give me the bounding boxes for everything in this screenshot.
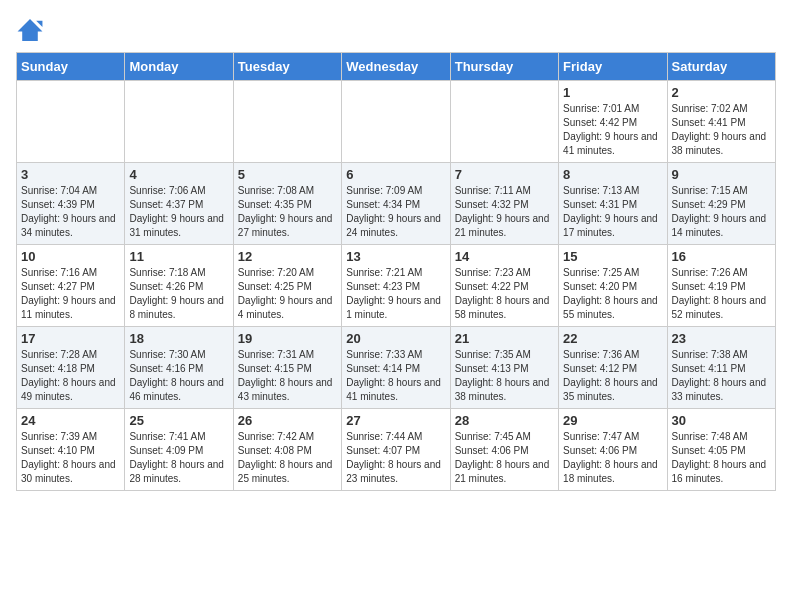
day-info: Sunrise: 7:02 AM Sunset: 4:41 PM Dayligh… xyxy=(672,102,771,158)
day-number: 7 xyxy=(455,167,554,182)
calendar-cell: 22Sunrise: 7:36 AM Sunset: 4:12 PM Dayli… xyxy=(559,327,667,409)
day-info: Sunrise: 7:38 AM Sunset: 4:11 PM Dayligh… xyxy=(672,348,771,404)
calendar-cell: 3Sunrise: 7:04 AM Sunset: 4:39 PM Daylig… xyxy=(17,163,125,245)
calendar-cell: 6Sunrise: 7:09 AM Sunset: 4:34 PM Daylig… xyxy=(342,163,450,245)
day-number: 8 xyxy=(563,167,662,182)
day-info: Sunrise: 7:41 AM Sunset: 4:09 PM Dayligh… xyxy=(129,430,228,486)
day-number: 27 xyxy=(346,413,445,428)
calendar-cell: 23Sunrise: 7:38 AM Sunset: 4:11 PM Dayli… xyxy=(667,327,775,409)
calendar-cell: 1Sunrise: 7:01 AM Sunset: 4:42 PM Daylig… xyxy=(559,81,667,163)
day-number: 13 xyxy=(346,249,445,264)
calendar-cell: 19Sunrise: 7:31 AM Sunset: 4:15 PM Dayli… xyxy=(233,327,341,409)
logo xyxy=(16,16,48,44)
weekday-header-thursday: Thursday xyxy=(450,53,558,81)
day-number: 15 xyxy=(563,249,662,264)
day-info: Sunrise: 7:06 AM Sunset: 4:37 PM Dayligh… xyxy=(129,184,228,240)
day-number: 4 xyxy=(129,167,228,182)
calendar-cell xyxy=(17,81,125,163)
day-info: Sunrise: 7:31 AM Sunset: 4:15 PM Dayligh… xyxy=(238,348,337,404)
day-info: Sunrise: 7:18 AM Sunset: 4:26 PM Dayligh… xyxy=(129,266,228,322)
calendar-cell: 14Sunrise: 7:23 AM Sunset: 4:22 PM Dayli… xyxy=(450,245,558,327)
day-number: 9 xyxy=(672,167,771,182)
day-number: 25 xyxy=(129,413,228,428)
day-number: 18 xyxy=(129,331,228,346)
logo-icon xyxy=(16,16,44,44)
day-info: Sunrise: 7:26 AM Sunset: 4:19 PM Dayligh… xyxy=(672,266,771,322)
day-info: Sunrise: 7:15 AM Sunset: 4:29 PM Dayligh… xyxy=(672,184,771,240)
day-info: Sunrise: 7:04 AM Sunset: 4:39 PM Dayligh… xyxy=(21,184,120,240)
day-number: 17 xyxy=(21,331,120,346)
day-info: Sunrise: 7:42 AM Sunset: 4:08 PM Dayligh… xyxy=(238,430,337,486)
day-info: Sunrise: 7:35 AM Sunset: 4:13 PM Dayligh… xyxy=(455,348,554,404)
day-info: Sunrise: 7:16 AM Sunset: 4:27 PM Dayligh… xyxy=(21,266,120,322)
day-info: Sunrise: 7:08 AM Sunset: 4:35 PM Dayligh… xyxy=(238,184,337,240)
calendar-cell xyxy=(342,81,450,163)
weekday-header-monday: Monday xyxy=(125,53,233,81)
day-number: 10 xyxy=(21,249,120,264)
day-number: 1 xyxy=(563,85,662,100)
calendar-cell: 13Sunrise: 7:21 AM Sunset: 4:23 PM Dayli… xyxy=(342,245,450,327)
day-number: 12 xyxy=(238,249,337,264)
weekday-header-saturday: Saturday xyxy=(667,53,775,81)
calendar-cell: 18Sunrise: 7:30 AM Sunset: 4:16 PM Dayli… xyxy=(125,327,233,409)
calendar-cell: 20Sunrise: 7:33 AM Sunset: 4:14 PM Dayli… xyxy=(342,327,450,409)
calendar-cell: 17Sunrise: 7:28 AM Sunset: 4:18 PM Dayli… xyxy=(17,327,125,409)
day-number: 26 xyxy=(238,413,337,428)
day-info: Sunrise: 7:11 AM Sunset: 4:32 PM Dayligh… xyxy=(455,184,554,240)
day-info: Sunrise: 7:28 AM Sunset: 4:18 PM Dayligh… xyxy=(21,348,120,404)
calendar-cell xyxy=(450,81,558,163)
calendar-cell: 27Sunrise: 7:44 AM Sunset: 4:07 PM Dayli… xyxy=(342,409,450,491)
day-info: Sunrise: 7:25 AM Sunset: 4:20 PM Dayligh… xyxy=(563,266,662,322)
calendar-cell: 26Sunrise: 7:42 AM Sunset: 4:08 PM Dayli… xyxy=(233,409,341,491)
day-info: Sunrise: 7:01 AM Sunset: 4:42 PM Dayligh… xyxy=(563,102,662,158)
day-info: Sunrise: 7:44 AM Sunset: 4:07 PM Dayligh… xyxy=(346,430,445,486)
weekday-header-wednesday: Wednesday xyxy=(342,53,450,81)
calendar-cell: 30Sunrise: 7:48 AM Sunset: 4:05 PM Dayli… xyxy=(667,409,775,491)
calendar-cell: 25Sunrise: 7:41 AM Sunset: 4:09 PM Dayli… xyxy=(125,409,233,491)
day-info: Sunrise: 7:20 AM Sunset: 4:25 PM Dayligh… xyxy=(238,266,337,322)
day-number: 23 xyxy=(672,331,771,346)
day-number: 19 xyxy=(238,331,337,346)
calendar-cell: 10Sunrise: 7:16 AM Sunset: 4:27 PM Dayli… xyxy=(17,245,125,327)
calendar-cell: 4Sunrise: 7:06 AM Sunset: 4:37 PM Daylig… xyxy=(125,163,233,245)
day-number: 28 xyxy=(455,413,554,428)
weekday-header-friday: Friday xyxy=(559,53,667,81)
day-info: Sunrise: 7:45 AM Sunset: 4:06 PM Dayligh… xyxy=(455,430,554,486)
day-number: 21 xyxy=(455,331,554,346)
calendar-cell: 8Sunrise: 7:13 AM Sunset: 4:31 PM Daylig… xyxy=(559,163,667,245)
day-info: Sunrise: 7:47 AM Sunset: 4:06 PM Dayligh… xyxy=(563,430,662,486)
day-number: 22 xyxy=(563,331,662,346)
day-number: 11 xyxy=(129,249,228,264)
calendar-cell: 11Sunrise: 7:18 AM Sunset: 4:26 PM Dayli… xyxy=(125,245,233,327)
day-info: Sunrise: 7:36 AM Sunset: 4:12 PM Dayligh… xyxy=(563,348,662,404)
calendar-cell: 2Sunrise: 7:02 AM Sunset: 4:41 PM Daylig… xyxy=(667,81,775,163)
day-number: 3 xyxy=(21,167,120,182)
day-info: Sunrise: 7:30 AM Sunset: 4:16 PM Dayligh… xyxy=(129,348,228,404)
weekday-header-sunday: Sunday xyxy=(17,53,125,81)
calendar-cell: 12Sunrise: 7:20 AM Sunset: 4:25 PM Dayli… xyxy=(233,245,341,327)
calendar-cell: 21Sunrise: 7:35 AM Sunset: 4:13 PM Dayli… xyxy=(450,327,558,409)
day-number: 6 xyxy=(346,167,445,182)
day-number: 30 xyxy=(672,413,771,428)
page-header xyxy=(16,16,776,44)
calendar-cell: 9Sunrise: 7:15 AM Sunset: 4:29 PM Daylig… xyxy=(667,163,775,245)
calendar-cell xyxy=(125,81,233,163)
day-info: Sunrise: 7:09 AM Sunset: 4:34 PM Dayligh… xyxy=(346,184,445,240)
day-number: 14 xyxy=(455,249,554,264)
day-number: 20 xyxy=(346,331,445,346)
calendar-cell: 16Sunrise: 7:26 AM Sunset: 4:19 PM Dayli… xyxy=(667,245,775,327)
calendar-cell: 29Sunrise: 7:47 AM Sunset: 4:06 PM Dayli… xyxy=(559,409,667,491)
calendar-cell: 5Sunrise: 7:08 AM Sunset: 4:35 PM Daylig… xyxy=(233,163,341,245)
day-info: Sunrise: 7:48 AM Sunset: 4:05 PM Dayligh… xyxy=(672,430,771,486)
calendar-table: SundayMondayTuesdayWednesdayThursdayFrid… xyxy=(16,52,776,491)
day-info: Sunrise: 7:33 AM Sunset: 4:14 PM Dayligh… xyxy=(346,348,445,404)
day-number: 16 xyxy=(672,249,771,264)
day-info: Sunrise: 7:21 AM Sunset: 4:23 PM Dayligh… xyxy=(346,266,445,322)
day-number: 29 xyxy=(563,413,662,428)
calendar-cell: 15Sunrise: 7:25 AM Sunset: 4:20 PM Dayli… xyxy=(559,245,667,327)
calendar-cell: 28Sunrise: 7:45 AM Sunset: 4:06 PM Dayli… xyxy=(450,409,558,491)
calendar-cell: 7Sunrise: 7:11 AM Sunset: 4:32 PM Daylig… xyxy=(450,163,558,245)
weekday-header-tuesday: Tuesday xyxy=(233,53,341,81)
day-number: 2 xyxy=(672,85,771,100)
day-info: Sunrise: 7:13 AM Sunset: 4:31 PM Dayligh… xyxy=(563,184,662,240)
